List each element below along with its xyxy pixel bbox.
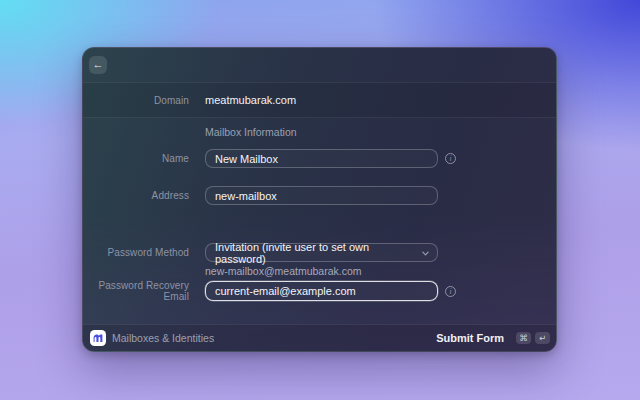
app-name: Mailboxes & Identities [112,332,214,344]
password-method-value: Invitation (invite user to set own passw… [215,241,415,265]
address-label: Address [83,190,189,201]
domain-row: Domain meatmubarak.com [83,82,556,118]
info-icon[interactable]: i [445,153,456,164]
enter-key-icon: ↵ [535,332,550,344]
password-method-row: Password Method Invitation (invite user … [83,243,556,262]
back-button[interactable]: ← [89,56,107,74]
name-label: Name [83,153,189,164]
password-method-label: Password Method [83,247,189,258]
name-field-row: Name i [83,149,556,168]
submit-form-button[interactable]: Submit Form [436,332,504,344]
domain-label: Domain [83,95,189,106]
address-field-row: Address [83,186,556,205]
command-key-icon: ⌘ [516,332,531,344]
password-recovery-label: Password Recovery Email [83,280,189,302]
window-footer: Mailboxes & Identities Submit Form ⌘ ↵ [83,324,556,351]
form-window: ← Domain meatmubarak.com Mailbox Informa… [82,47,557,352]
address-preview: new-mailbox@meatmubarak.com [205,265,362,277]
app-logo-icon [90,330,106,346]
password-recovery-input[interactable] [205,281,438,301]
domain-value: meatmubarak.com [205,94,296,106]
password-method-dropdown[interactable]: Invitation (invite user to set own passw… [205,243,438,262]
address-input[interactable] [205,186,438,205]
section-title: Mailbox Information [205,126,297,138]
name-input[interactable] [205,149,438,168]
password-recovery-row: Password Recovery Email i [83,281,556,301]
chevron-down-icon [422,250,429,257]
window-header: ← [83,48,556,82]
back-arrow-icon: ← [93,58,104,70]
info-icon[interactable]: i [445,286,456,297]
